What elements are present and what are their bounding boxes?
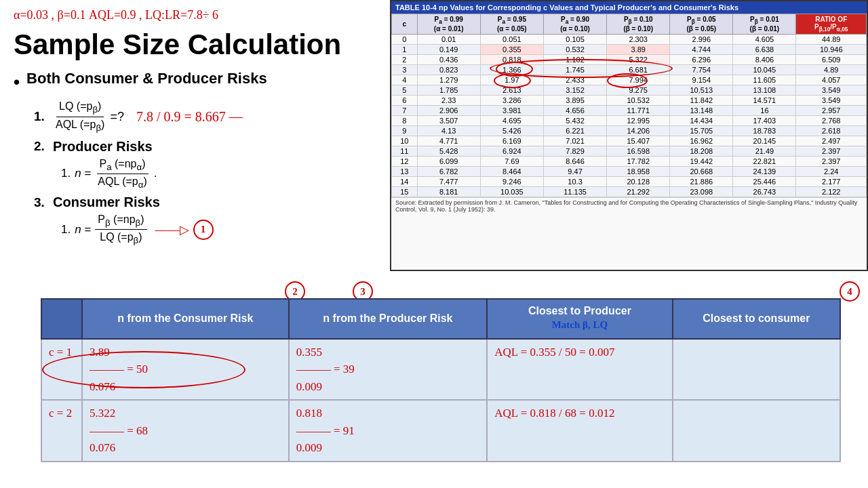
cell-r1-c7: 10.946 (796, 45, 867, 55)
col-pa99: Pa = 0.99(α = 0.01) (417, 14, 480, 35)
cell-r4-c5: 9.154 (670, 75, 733, 85)
c1-consumer: 3.89——— = 500.076 (82, 339, 289, 401)
c1-aql-calc: AQL = 0.355 / 50 = 0.007 (494, 346, 614, 359)
cell-r8-c3: 5.432 (543, 116, 606, 126)
cell-r10-c2: 6.169 (480, 136, 543, 146)
cell-r8-c7: 2.768 (796, 116, 867, 126)
cell-r10-c4: 15.407 (607, 136, 670, 146)
col-consumer-risk: n from the Consumer Risk (82, 299, 289, 339)
col-pb10: Pβ = 0.10(β = 0.10) (607, 14, 670, 35)
cell-r14-c4: 20.128 (607, 177, 670, 187)
cell-r3-c0: 3 (392, 65, 418, 75)
cell-r6-c1: 2.33 (417, 96, 480, 106)
cell-r3-c7: 4.89 (796, 65, 867, 75)
cell-r12-c5: 19.442 (670, 157, 733, 167)
col-pa95: Pa = 0.95(α = 0.05) (480, 14, 543, 35)
cell-r4-c3: 2.433 (543, 75, 606, 85)
col-pa90: Pa = 0.90(α = 0.10) (543, 14, 606, 35)
data-table-panel: TABLE 10-4 np Values for Corresponding c… (390, 0, 868, 271)
cell-r7-c6: 16 (733, 106, 796, 116)
cell-r1-c6: 6.638 (733, 45, 796, 55)
cell-r2-c5: 6.296 (670, 55, 733, 65)
cell-r1-c3: 0.532 (543, 45, 606, 55)
arrow-right: ——▷ (155, 222, 189, 237)
cell-r15-c6: 26.743 (733, 187, 796, 197)
cell-r5-c5: 10.513 (670, 85, 733, 96)
cell-r0-c6: 4.605 (733, 35, 796, 45)
cell-r3-c3: 1.745 (543, 65, 606, 75)
c1-closest-producer: AQL = 0.355 / 50 = 0.007 (487, 339, 672, 401)
cell-r8-c6: 17.403 (733, 116, 796, 126)
cell-r14-c2: 9.246 (480, 177, 543, 187)
cell-r6-c5: 11.842 (670, 96, 733, 106)
cell-r10-c6: 20.145 (733, 136, 796, 146)
circle-4: 4 (840, 281, 860, 302)
col-closest-producer: Closest to ProducerMatch β, LQ (487, 299, 672, 339)
np-values-table: c Pa = 0.99(α = 0.01) Pa = 0.95(α = 0.05… (391, 14, 867, 197)
cell-r10-c3: 7.021 (543, 136, 606, 146)
cell-r15-c7: 2.122 (796, 187, 867, 197)
cell-r15-c4: 21.292 (607, 187, 670, 197)
cell-r4-c4: 7.994 (607, 75, 670, 85)
c2-consumer: 5.322——— = 680.076 (82, 400, 289, 462)
item3-num: 3. (34, 195, 47, 210)
col-pb05: Pβ = 0.05(β = 0.05) (670, 14, 733, 35)
cell-r1-c0: 1 (392, 45, 418, 55)
cell-r5-c6: 13.108 (733, 85, 796, 96)
cell-r4-c6: 11.605 (733, 75, 796, 85)
cell-r6-c0: 6 (392, 96, 418, 106)
cell-r11-c3: 7.829 (543, 146, 606, 157)
cell-r2-c4: 5.322 (607, 55, 670, 65)
table-row: c = 1 3.89——— = 500.076 0.355——— = 390.0… (41, 339, 840, 401)
cell-r9-c0: 9 (392, 126, 418, 136)
cell-r2-c3: 1.102 (543, 55, 606, 65)
cell-r14-c1: 7.477 (417, 177, 480, 187)
cell-r9-c5: 15.705 (670, 126, 733, 136)
cell-r3-c5: 7.754 (670, 65, 733, 75)
circle-1: 1 (193, 220, 214, 240)
cell-r13-c2: 8.464 (480, 167, 543, 177)
item1-annotation: 7.8 / 0.9 = 8.667 — (136, 109, 243, 125)
item2-dot: . (154, 167, 157, 180)
cell-r8-c5: 14.434 (670, 116, 733, 126)
cell-r8-c4: 12.995 (607, 116, 670, 126)
cell-r2-c2: 0.818 (480, 55, 543, 65)
section-heading: Both Consumer & Producer Risks (26, 70, 267, 87)
c1-producer: 0.355——— = 390.009 (289, 339, 488, 401)
cell-r12-c7: 2.397 (796, 157, 867, 167)
cell-r6-c2: 3.286 (480, 96, 543, 106)
cell-r9-c1: 4.13 (417, 126, 480, 136)
cell-r12-c4: 17.782 (607, 157, 670, 167)
table-row: 10.1490.3550.5323.894.7446.63810.946 (392, 45, 867, 55)
cell-r8-c0: 8 (392, 116, 418, 126)
cell-r12-c6: 22.821 (733, 157, 796, 167)
cell-r5-c3: 3.152 (543, 85, 606, 96)
cell-r14-c0: 14 (392, 177, 418, 187)
cell-r6-c6: 14.571 (733, 96, 796, 106)
cell-r3-c6: 10.045 (733, 65, 796, 75)
col-pb01: Pβ = 0.01(β = 0.01) (733, 14, 796, 35)
cell-r9-c2: 5.426 (480, 126, 543, 136)
cell-r11-c4: 16.598 (607, 146, 670, 157)
producer-risks-label: Producer Risks (53, 139, 153, 155)
cell-r9-c3: 6.221 (543, 126, 606, 136)
cell-r11-c7: 2.397 (796, 146, 867, 157)
table-caption: TABLE 10-4 np Values for Corresponding c… (391, 1, 867, 14)
cell-r8-c2: 4.695 (480, 116, 543, 126)
consumer-risks-label: Consumer Risks (53, 195, 160, 210)
c1-closest-consumer (673, 339, 840, 401)
table-row: 104.7716.1697.02115.40716.96220.1452.497 (392, 136, 867, 146)
table-row: 158.18110.03511.13521.29223.09826.7432.1… (392, 187, 867, 197)
item2-n-eq: n = (75, 167, 91, 180)
cell-r2-c0: 2 (392, 55, 418, 65)
cell-r11-c5: 18.208 (670, 146, 733, 157)
c2-closest-producer: AQL = 0.818 / 68 = 0.012 (487, 400, 672, 462)
table-row: 30.8231.3661.7456.6817.75410.0454.89 (392, 65, 867, 75)
cell-r9-c7: 2.618 (796, 126, 867, 136)
c1-producer-calc: 0.355——— = 390.009 (296, 346, 355, 393)
cell-r14-c3: 10.3 (543, 177, 606, 187)
cell-r8-c1: 3.507 (417, 116, 480, 126)
cell-r3-c2: 1.366 (480, 65, 543, 75)
cell-r11-c1: 5.428 (417, 146, 480, 157)
cell-r4-c1: 1.279 (417, 75, 480, 85)
